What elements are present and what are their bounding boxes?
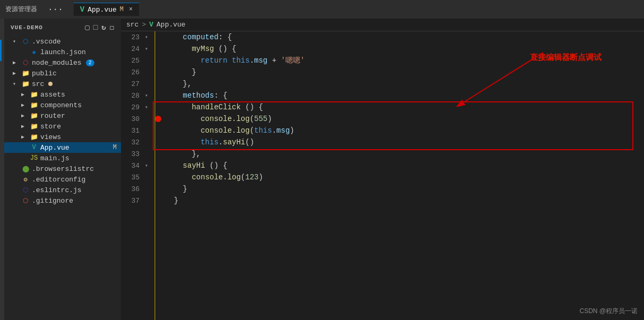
line-num-30: 30 [121, 115, 145, 123]
line-num-36: 36 [121, 185, 145, 193]
badge-2: 2 [86, 59, 94, 66]
code-line-29: 29 ▾ handleClick () { [121, 101, 644, 113]
breadcrumb-vue-icon: V [149, 21, 153, 29]
tab-label: App.vue [88, 6, 117, 14]
code-line-26: 26 } [121, 66, 644, 78]
sidebar-item-store[interactable]: ▶ 📁 store [4, 121, 121, 132]
sidebar-item-label: .editorconfig [32, 176, 85, 184]
sidebar-item-launch-json[interactable]: ◈ launch.json [4, 47, 121, 57]
new-file-icon[interactable]: ▢ [85, 23, 90, 32]
fold-29[interactable]: ▾ [145, 104, 153, 110]
sidebar-item-label: .vscode [32, 38, 61, 46]
code-content-30: console.log(555) [163, 115, 644, 123]
vue-file-icon: V [30, 143, 38, 152]
app-vue-tab[interactable]: V App.vue M × [74, 3, 139, 16]
sidebar-item-label: main.js [40, 154, 69, 162]
sidebar-item-src[interactable]: ▾ 📁 src [4, 79, 121, 89]
line-num-27: 27 [121, 80, 145, 88]
browser-icon: ⬤ [21, 165, 30, 173]
sidebar-item-browserslistrc[interactable]: ⬤ .browserslistrc [4, 163, 121, 174]
main-layout: VUE-DEMO ▢ □ ↻ ◻ ▾ ⬡ .vscode ◈ launch.js… [0, 19, 644, 320]
line-num-23: 23 [121, 33, 145, 41]
line-num-24: 24 [121, 45, 145, 53]
tab-modified-badge: M [120, 6, 124, 13]
modified-label: M [113, 144, 121, 151]
activity-bar [0, 19, 4, 320]
sidebar-item-public[interactable]: ▶ 📁 public [4, 68, 121, 79]
sidebar-item-assets[interactable]: ▶ 📁 assets [4, 89, 121, 100]
code-line-31: 31 console.log(this.msg) [121, 125, 644, 136]
sidebar-item-router[interactable]: ▶ 📁 router [4, 110, 121, 121]
code-editor[interactable]: 直接编辑器断点调试 23 ▾ computed: { [121, 31, 644, 320]
sidebar-item-components[interactable]: ▶ 📁 components [4, 100, 121, 110]
editor-vertical-line [154, 31, 155, 320]
more-options[interactable]: ··· [48, 5, 63, 14]
fold-28[interactable]: ▾ [145, 92, 153, 99]
arrow-icon: ▶ [21, 134, 28, 140]
sidebar-item-main-js[interactable]: JS main.js [4, 153, 121, 163]
sidebar-item-label: src [32, 80, 44, 88]
code-content-24: myMsg () { [163, 45, 644, 53]
code-content-33: }, [163, 150, 644, 158]
sidebar-item-label: components [40, 101, 82, 109]
sidebar-header: VUE-DEMO ▢ □ ↻ ◻ [4, 19, 121, 36]
editor-config-icon: ⚙ [21, 175, 30, 184]
sidebar-item-app-vue[interactable]: V App.vue M [4, 142, 121, 153]
sidebar-item-vscode[interactable]: ▾ ⬡ .vscode [4, 36, 121, 47]
sidebar-item-label: assets [40, 91, 65, 99]
sidebar-item-editorconfig[interactable]: ⚙ .editorconfig [4, 174, 121, 185]
code-line-37: 37 } [121, 195, 644, 206]
tab-close-button[interactable]: × [129, 6, 133, 13]
sidebar-item-eslintrc[interactable]: ⬡ .eslintrc.js [4, 185, 121, 195]
code-content-32: this.sayHi() [163, 138, 644, 146]
new-folder-icon[interactable]: □ [93, 23, 98, 32]
components-folder-icon: 📁 [30, 101, 38, 109]
router-folder-icon: 📁 [30, 111, 38, 120]
sidebar-item-views[interactable]: ▶ 📁 views [4, 132, 121, 142]
sidebar-item-label: .browserslistrc [32, 165, 94, 173]
arrow-icon: ▾ [13, 38, 19, 45]
arrow-icon: ▶ [21, 102, 28, 108]
assets-folder-icon: 📁 [30, 90, 38, 99]
code-content-26: } [163, 68, 644, 76]
line-num-32: 32 [121, 139, 145, 146]
sidebar-item-label: store [40, 123, 61, 131]
vscode-folder-icon: ⬡ [21, 37, 30, 46]
npm-icon: ⬡ [21, 58, 30, 67]
breadcrumb: src > V App.vue [121, 19, 644, 31]
line-num-37: 37 [121, 197, 145, 205]
code-line-35: 35 console.log(123) [121, 171, 644, 183]
vscode-icon: ◈ [30, 48, 38, 56]
fold-34[interactable]: ▾ [145, 162, 153, 169]
arrow-icon: ▶ [21, 123, 28, 129]
activity-indicator [0, 40, 2, 61]
sidebar-item-gitignore[interactable]: ⬡ .gitignore [4, 195, 121, 206]
code-content-31: console.log(this.msg) [163, 126, 644, 135]
src-folder-icon: 📁 [21, 80, 30, 88]
collapse-icon[interactable]: ◻ [110, 23, 115, 32]
sidebar-item-label: public [32, 70, 57, 77]
code-line-32: 32 this.sayHi() [121, 136, 644, 148]
code-content-29: handleClick () { [163, 103, 644, 111]
fold-24[interactable]: ▾ [145, 46, 153, 52]
refresh-icon[interactable]: ↻ [101, 23, 106, 32]
sidebar-item-node-modules[interactable]: ▶ ⬡ node_modules 2 [4, 57, 121, 68]
breadcrumb-src: src [126, 21, 138, 29]
sidebar-item-label: .gitignore [32, 197, 73, 205]
code-line-30: 30 console.log(555) [121, 113, 644, 125]
code-line-36: 36 } [121, 183, 644, 195]
sidebar-item-label: launch.json [40, 48, 86, 56]
line-num-26: 26 [121, 68, 145, 76]
line-num-31: 31 [121, 127, 145, 135]
folder-icon: 📁 [21, 69, 30, 77]
sidebar-item-label: node_modules [32, 59, 82, 67]
sidebar-item-label: router [40, 112, 65, 120]
code-content-28: methods: { [163, 91, 644, 100]
src-modified-dot [48, 82, 53, 86]
breadcrumb-separator: > [142, 21, 146, 29]
fold-23[interactable]: ▾ [145, 34, 153, 40]
code-content-23: computed: { [163, 33, 644, 41]
code-line-34: 34 ▾ sayHi () { [121, 160, 644, 171]
line-num-25: 25 [121, 57, 145, 65]
breakpoint-dot[interactable] [155, 116, 161, 122]
